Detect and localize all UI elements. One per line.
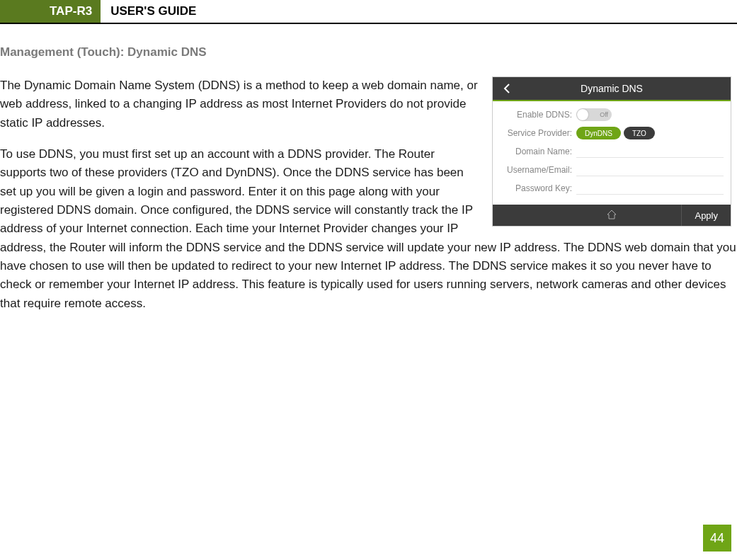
label-enable-ddns: Enable DDNS: bbox=[500, 110, 576, 120]
option-tzo[interactable]: TZO bbox=[624, 127, 655, 139]
toggle-enable-ddns[interactable]: Off bbox=[576, 108, 612, 121]
page-header: TAP-R3 USER'S GUIDE bbox=[0, 0, 737, 24]
screenshot-header: Dynamic DNS bbox=[493, 77, 731, 101]
row-service-provider: Service Provider: DynDNS TZO bbox=[500, 124, 724, 142]
input-password[interactable] bbox=[576, 182, 724, 195]
option-dyndns[interactable]: DynDNS bbox=[576, 127, 621, 139]
screenshot-footer: Apply bbox=[493, 205, 731, 226]
ddns-screenshot: Dynamic DNS Enable DDNS: Off Service Pro… bbox=[492, 76, 731, 227]
page-number: 44 bbox=[703, 525, 731, 552]
back-button[interactable] bbox=[493, 77, 521, 100]
label-service-provider: Service Provider: bbox=[500, 128, 576, 138]
screenshot-form: Enable DDNS: Off Service Provider: DynDN… bbox=[493, 101, 731, 205]
page-content: Management (Touch): Dynamic DNS Dynamic … bbox=[0, 24, 737, 313]
row-password: Password Key: bbox=[500, 179, 724, 198]
apply-button[interactable]: Apply bbox=[681, 205, 731, 226]
row-enable-ddns: Enable DDNS: Off bbox=[500, 105, 724, 124]
product-badge: TAP-R3 bbox=[0, 0, 101, 23]
provider-options: DynDNS TZO bbox=[576, 127, 655, 139]
row-username: Username/Email: bbox=[500, 161, 724, 179]
label-domain-name: Domain Name: bbox=[500, 147, 576, 156]
input-username[interactable] bbox=[576, 164, 724, 176]
guide-title: USER'S GUIDE bbox=[101, 0, 206, 23]
label-password: Password Key: bbox=[500, 183, 576, 193]
chevron-left-icon bbox=[503, 83, 510, 94]
screenshot-title: Dynamic DNS bbox=[521, 83, 731, 94]
label-username: Username/Email: bbox=[500, 165, 576, 175]
row-domain-name: Domain Name: bbox=[500, 142, 724, 161]
input-domain-name[interactable] bbox=[576, 145, 724, 158]
section-heading: Management (Touch): Dynamic DNS bbox=[0, 45, 737, 59]
home-icon[interactable] bbox=[606, 210, 617, 222]
